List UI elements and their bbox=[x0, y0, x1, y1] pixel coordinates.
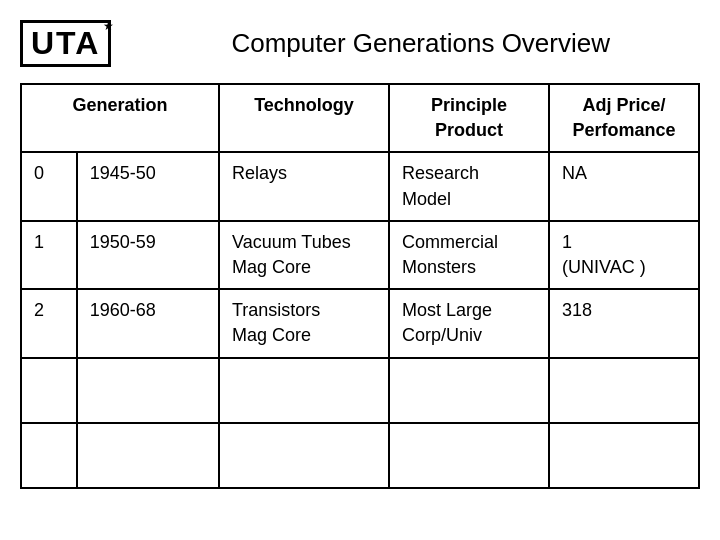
page-header: UTA ★ Computer Generations Overview bbox=[20, 10, 700, 67]
gen-adj: 1(UNIVAC ) bbox=[549, 221, 699, 289]
col-technology: Technology bbox=[219, 84, 389, 152]
table-container: Generation Technology PrincipleProduct A… bbox=[20, 83, 700, 489]
gen-tech: TransistorsMag Core bbox=[219, 289, 389, 357]
empty-cell bbox=[549, 358, 699, 423]
gen-tech: Vacuum TubesMag Core bbox=[219, 221, 389, 289]
empty-cell bbox=[21, 423, 77, 488]
logo: UTA ★ bbox=[20, 20, 111, 67]
table-row: 0 1945-50 Relays ResearchModel NA bbox=[21, 152, 699, 220]
empty-cell bbox=[77, 423, 219, 488]
empty-cell bbox=[549, 423, 699, 488]
col-principle: PrincipleProduct bbox=[389, 84, 549, 152]
col-generation: Generation bbox=[21, 84, 219, 152]
gen-year: 1960-68 bbox=[77, 289, 219, 357]
table-header-row: Generation Technology PrincipleProduct A… bbox=[21, 84, 699, 152]
empty-cell bbox=[389, 358, 549, 423]
logo-text: UTA bbox=[31, 25, 100, 61]
gen-year: 1945-50 bbox=[77, 152, 219, 220]
gen-number: 1 bbox=[21, 221, 77, 289]
gen-year: 1950-59 bbox=[77, 221, 219, 289]
empty-cell bbox=[389, 423, 549, 488]
gen-number: 0 bbox=[21, 152, 77, 220]
gen-adj: NA bbox=[549, 152, 699, 220]
empty-cell bbox=[219, 423, 389, 488]
page-title: Computer Generations Overview bbox=[141, 28, 700, 59]
empty-cell bbox=[219, 358, 389, 423]
col-adj-price: Adj Price/Perfomance bbox=[549, 84, 699, 152]
gen-number: 2 bbox=[21, 289, 77, 357]
generations-table: Generation Technology PrincipleProduct A… bbox=[20, 83, 700, 489]
gen-principle: Most LargeCorp/Univ bbox=[389, 289, 549, 357]
empty-cell bbox=[77, 358, 219, 423]
table-row: 1 1950-59 Vacuum TubesMag Core Commercia… bbox=[21, 221, 699, 289]
table-row-empty bbox=[21, 358, 699, 423]
gen-principle: CommercialMonsters bbox=[389, 221, 549, 289]
gen-principle: ResearchModel bbox=[389, 152, 549, 220]
table-row-empty bbox=[21, 423, 699, 488]
table-row: 2 1960-68 TransistorsMag Core Most Large… bbox=[21, 289, 699, 357]
empty-cell bbox=[21, 358, 77, 423]
logo-star: ★ bbox=[103, 19, 114, 33]
gen-tech: Relays bbox=[219, 152, 389, 220]
gen-adj: 318 bbox=[549, 289, 699, 357]
